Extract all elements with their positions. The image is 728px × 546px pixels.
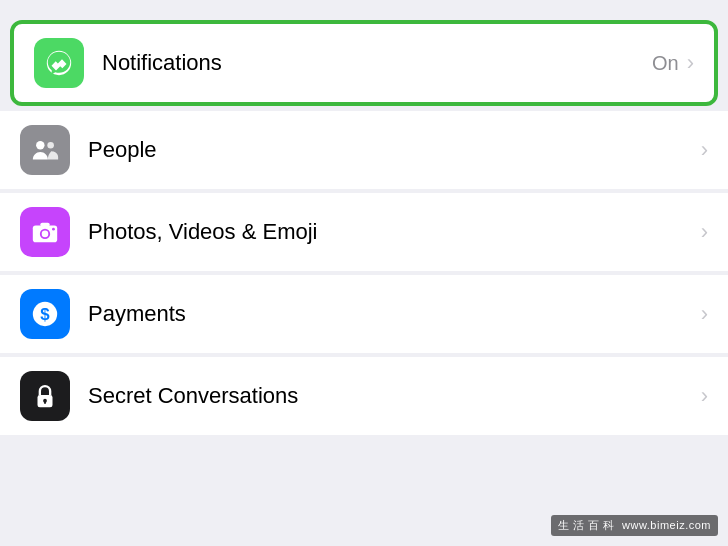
people-row[interactable]: People › [0, 111, 728, 189]
secret-conversations-row[interactable]: Secret Conversations › [0, 357, 728, 435]
photos-icon-wrap [20, 207, 70, 257]
people-icon-wrap [20, 125, 70, 175]
dollar-icon: $ [30, 299, 60, 329]
svg-point-2 [47, 142, 54, 149]
secret-conversations-label: Secret Conversations [88, 383, 701, 409]
payments-label: Payments [88, 301, 701, 327]
payments-row[interactable]: $ Payments › [0, 275, 728, 353]
photos-chevron: › [701, 219, 708, 245]
svg-point-1 [36, 141, 44, 149]
notifications-icon-wrap [34, 38, 84, 88]
lock-icon [30, 381, 60, 411]
notifications-chevron: › [687, 50, 694, 76]
svg-point-5 [42, 231, 49, 238]
svg-point-7 [52, 228, 55, 231]
svg-rect-12 [44, 401, 46, 404]
camera-icon [30, 217, 60, 247]
notifications-row[interactable]: Notifications On › [10, 20, 718, 106]
notifications-label: Notifications [102, 50, 652, 76]
notifications-icon [44, 48, 74, 78]
secret-conversations-icon-wrap [20, 371, 70, 421]
photos-row[interactable]: Photos, Videos & Emoji › [0, 193, 728, 271]
people-label: People [88, 137, 701, 163]
settings-list: Notifications On › People › Pho [0, 0, 728, 546]
notifications-value: On [652, 52, 679, 75]
svg-text:$: $ [40, 305, 50, 324]
photos-label: Photos, Videos & Emoji [88, 219, 701, 245]
secret-conversations-chevron: › [701, 383, 708, 409]
payments-icon-wrap: $ [20, 289, 70, 339]
people-chevron: › [701, 137, 708, 163]
watermark: 生 活 百 科 www.bimeiz.com [551, 515, 718, 536]
svg-rect-6 [40, 223, 49, 227]
payments-chevron: › [701, 301, 708, 327]
people-icon [30, 135, 60, 165]
